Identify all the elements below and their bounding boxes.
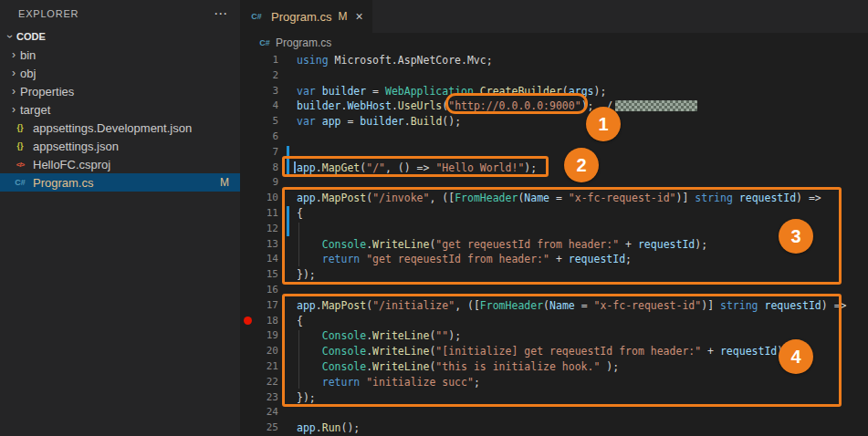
file-label: Program.cs [33, 176, 93, 190]
line-number: 9 [240, 175, 278, 191]
folder-item-bin[interactable]: ›bin [0, 46, 240, 64]
code-text: app.Run(); [278, 420, 360, 436]
code-token: ) => [821, 299, 847, 312]
code-token: ) => [796, 192, 821, 204]
code-line-12[interactable]: 12 [240, 222, 868, 237]
code-token: "initialize succ" [366, 376, 474, 389]
line-number: 10 [240, 191, 278, 206]
code-token: requestId [569, 253, 625, 265]
code-token: "x-fc-request-id" [594, 299, 702, 312]
code-line-16[interactable]: 16 [240, 283, 868, 298]
code-text: app.MapGet("/", () => "Hello World!"); [278, 161, 537, 176]
code-line-6[interactable]: 6 [240, 130, 868, 145]
code-token: "get reqeuestId from header:" [366, 253, 549, 265]
code-line-24[interactable]: 24 [240, 405, 868, 420]
line-number: 2 [240, 68, 278, 84]
code-token: ); [594, 85, 607, 98]
code-line-11[interactable]: 11{ [240, 206, 868, 222]
code-token: }); [297, 391, 316, 404]
code-token: "/" [366, 161, 385, 174]
code-token: . [316, 421, 322, 434]
code-line-2[interactable]: 2 [240, 68, 868, 84]
code-token: using [297, 54, 329, 67]
code-token: "get reqeuestId from header:" [435, 238, 619, 251]
file-item[interactable]: {}appsettings.json [0, 137, 240, 155]
code-token: builder [297, 99, 340, 112]
code-line-8[interactable]: 8app.MapGet("/", () => "Hello World!"); [240, 161, 868, 176]
code-token: var [297, 85, 316, 98]
code-line-14[interactable]: 14 return "get reqeuestId from header:" … [240, 252, 868, 267]
file-item[interactable]: C#Program.csM [0, 173, 240, 192]
code-token: Console [322, 238, 366, 251]
code-line-1[interactable]: 1using Microsoft.AspNetCore.Mvc; [240, 53, 868, 68]
code-editor[interactable]: 1using Microsoft.AspNetCore.Mvc;23var bu… [240, 53, 868, 436]
code-token: ); [524, 161, 537, 174]
code-token: ); [777, 345, 790, 358]
more-actions-icon[interactable]: ⋯ [214, 5, 227, 22]
chevron-down-icon: › [4, 30, 16, 43]
code-token: FromHeader [455, 192, 518, 204]
file-label: HelloFC.csproj [33, 158, 110, 171]
file-item[interactable]: {}appsettings.Development.json [0, 119, 240, 137]
code-token: app [322, 115, 341, 128]
code-line-13[interactable]: 13 Console.WriteLine("get reqeuestId fro… [240, 237, 868, 253]
json-file-icon: {} [13, 120, 27, 135]
code-line-3[interactable]: 3var builder = WebApplication.CreateBuil… [240, 84, 868, 99]
code-token [733, 192, 739, 204]
section-code[interactable]: › CODE [0, 27, 240, 46]
tab-label: Program.cs [271, 10, 331, 24]
code-line-7[interactable]: 7 [240, 145, 868, 161]
code-text: var app = builder.Build(); [278, 114, 461, 130]
code-token: Microsoft.AspNetCore.Mvc; [329, 54, 493, 67]
close-icon[interactable]: × [355, 9, 362, 24]
code-line-5[interactable]: 5var app = builder.Build(); [240, 114, 868, 130]
code-token: requestId [638, 238, 695, 251]
code-line-25[interactable]: 25app.Run(); [240, 420, 868, 436]
code-token: requestId [739, 192, 796, 204]
code-line-22[interactable]: 22 return "initialize succ"; [240, 375, 868, 390]
tab-program-cs[interactable]: C# Program.cs M × [240, 0, 373, 33]
code-line-10[interactable]: 10app.MapPost("/invoke", ([FromHeader(Na… [240, 191, 868, 206]
code-token: ); [448, 329, 461, 342]
code-token: requestId [720, 345, 777, 358]
file-item[interactable]: </>HelloFC.csproj [0, 155, 240, 173]
code-token: Console [322, 345, 366, 358]
code-token: Name [549, 299, 575, 312]
code-token: ( [562, 85, 569, 98]
folder-item-Properties[interactable]: ›Properties [0, 82, 240, 100]
breadcrumb[interactable]: C# Program.cs [240, 33, 868, 53]
code-token: FromHeader [480, 299, 543, 312]
folder-item-obj[interactable]: ›obj [0, 64, 240, 82]
code-token: ); [600, 360, 619, 373]
line-number: 20 [240, 344, 278, 359]
code-token: + [619, 238, 638, 251]
folder-item-target[interactable]: ›target [0, 100, 240, 119]
code-line-20[interactable]: 20 Console.WriteLine("[initialize] get r… [240, 344, 868, 359]
code-token: "this is initialize hook." [435, 360, 600, 373]
code-line-9[interactable]: 9 [240, 175, 868, 191]
section-label: CODE [16, 31, 46, 42]
code-token: requestId [764, 299, 821, 312]
code-text [278, 68, 297, 84]
code-line-19[interactable]: 19 Console.WriteLine(""); [240, 328, 868, 344]
code-line-4[interactable]: 4builder.WebHost.UseUrls("http://0.0.0.0… [240, 99, 868, 114]
editor-tab-bar: C# Program.cs M × [240, 0, 868, 33]
code-line-23[interactable]: 23}); [240, 390, 868, 406]
code-line-17[interactable]: 17app.MapPost("/initialize", ([FromHeade… [240, 298, 868, 314]
folder-label: target [20, 103, 50, 117]
code-line-15[interactable]: 15}); [240, 267, 868, 283]
line-number: 17 [240, 298, 278, 314]
code-token: Run [322, 421, 341, 434]
code-token [297, 329, 322, 342]
code-token: , () => [385, 161, 435, 174]
code-token: MapPost [322, 192, 366, 204]
code-token: app [297, 192, 316, 204]
line-number: 4 [240, 99, 278, 114]
code-line-21[interactable]: 21 Console.WriteLine("this is initialize… [240, 359, 868, 375]
code-line-18[interactable]: 18{ [240, 314, 868, 329]
code-token: + [549, 253, 569, 265]
git-modified-badge: M [220, 176, 229, 189]
code-token: . [474, 85, 480, 98]
breakpoint-dot[interactable] [244, 317, 252, 325]
code-token: ); [581, 99, 594, 112]
